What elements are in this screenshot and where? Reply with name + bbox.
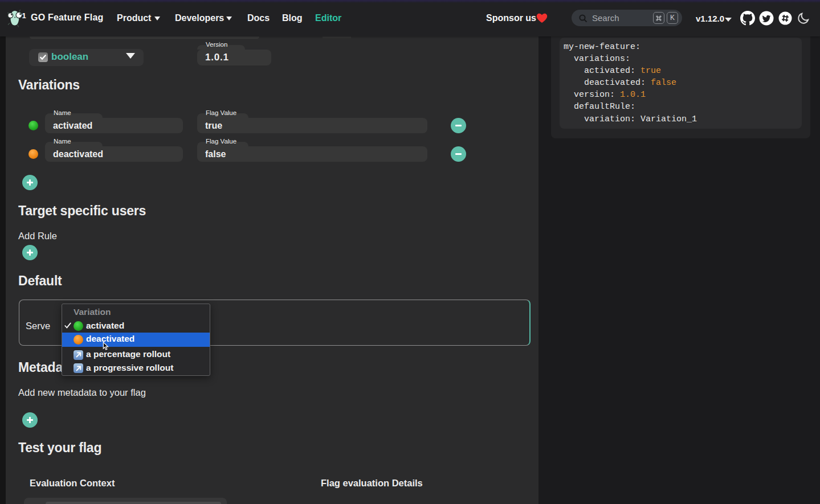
svg-text:1: 1	[22, 11, 26, 20]
